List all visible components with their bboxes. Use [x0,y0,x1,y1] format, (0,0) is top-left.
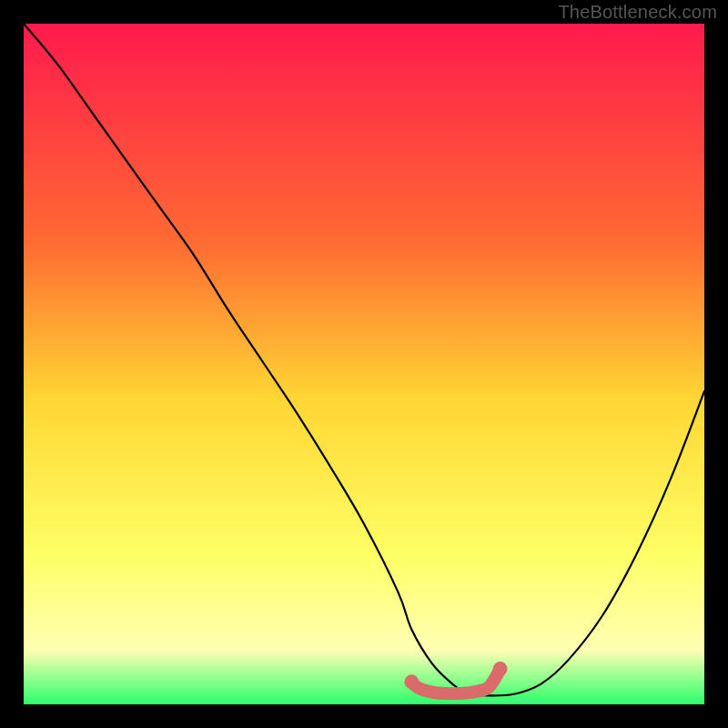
marker-start-dot [404,674,419,689]
gradient-plot-area [24,24,704,704]
marker-end-dot [493,662,508,676]
chart-svg [0,0,728,728]
chart-stage [0,0,728,728]
watermark-text: TheBottleneck.com [558,2,717,23]
